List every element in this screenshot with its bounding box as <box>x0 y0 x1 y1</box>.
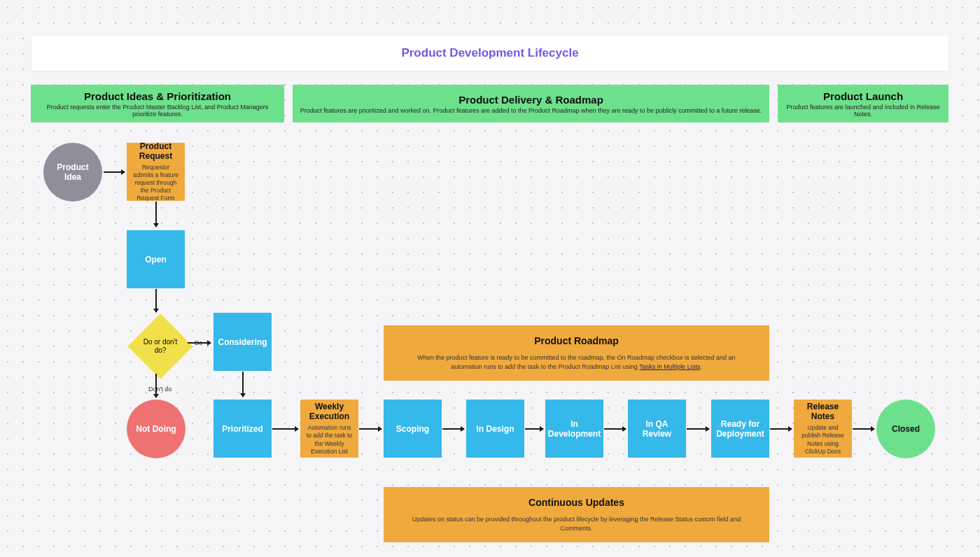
node-not-doing: Not Doing <box>127 400 186 458</box>
node-label: In QA Review <box>632 419 682 439</box>
node-label: Weekly Execution <box>304 402 354 421</box>
banner-body: When the product feature is ready to be … <box>412 353 741 371</box>
phase-ideas: Product Ideas & Prioritization Product r… <box>31 85 284 122</box>
phase-sub: Product features are prioritized and wor… <box>300 107 762 114</box>
node-label: In Development <box>548 419 601 439</box>
node-label: Prioritized <box>222 424 263 434</box>
banner-updates: Continuous Updates Updates on status can… <box>384 487 769 542</box>
diagram-title: Product Development Lifecycle <box>401 46 578 60</box>
diagram-canvas: Product Development Lifecycle Product Id… <box>0 0 980 557</box>
phase-sub: Product requests enter the Product Maste… <box>35 104 280 118</box>
arrow <box>155 289 157 312</box>
phase-title: Product Launch <box>823 90 903 102</box>
node-label: Considering <box>218 337 267 347</box>
arrow <box>188 342 211 344</box>
node-label: Scoping <box>396 424 429 434</box>
node-label: Ready for Deployment <box>715 419 765 439</box>
node-prioritized: Prioritized <box>214 400 272 458</box>
phase-sub: Product features are launched and includ… <box>782 104 944 118</box>
node-label: Product Request <box>131 141 181 161</box>
node-open: Open <box>127 230 185 288</box>
node-label: In Design <box>476 424 514 434</box>
node-release-notes: Release Notes Update and publish Release… <box>794 400 852 458</box>
arrow <box>155 374 157 397</box>
label-dont: Don't do <box>148 386 172 393</box>
banner-title: Product Roadmap <box>412 335 741 346</box>
phase-title: Product Delivery & Roadmap <box>458 94 603 106</box>
arrow <box>770 428 792 430</box>
node-sub: Automation runs to add the task to the W… <box>305 424 354 455</box>
node-product-request: Product Request Requestor submits a feat… <box>127 143 185 201</box>
node-in-design: In Design <box>466 400 524 458</box>
node-product-idea: Product Idea <box>43 143 102 202</box>
node-ready-deploy: Ready for Deployment <box>711 400 769 458</box>
phase-delivery: Product Delivery & Roadmap Product featu… <box>293 85 769 122</box>
arrow <box>359 428 382 430</box>
arrow <box>853 428 874 430</box>
banner-title: Continuous Updates <box>412 497 741 508</box>
node-label: Open <box>145 255 167 265</box>
node-label: Release Notes <box>798 402 848 421</box>
banner-body: Updates on status can be provided throug… <box>412 515 741 533</box>
arrow <box>442 428 464 430</box>
banner-roadmap: Product Roadmap When the product feature… <box>384 325 769 381</box>
node-label: Not Doing <box>136 424 176 434</box>
arrow <box>242 372 244 397</box>
node-closed: Closed <box>876 400 935 458</box>
node-label: Product Idea <box>48 162 98 182</box>
arrow <box>104 171 125 173</box>
arrow <box>687 428 709 430</box>
node-label: Closed <box>892 424 920 434</box>
node-weekly-execution: Weekly Execution Automation runs to add … <box>300 400 358 458</box>
arrow <box>155 202 157 227</box>
node-decision: Do or don't do? <box>133 319 188 374</box>
roadmap-link[interactable]: Tasks in Multiple Lists <box>639 363 700 370</box>
phase-launch: Product Launch Product features are laun… <box>778 85 948 122</box>
node-considering: Considering <box>214 313 272 371</box>
arrow <box>604 428 626 430</box>
node-sub: Update and publish Release Notes using C… <box>799 424 848 455</box>
node-scoping: Scoping <box>384 400 442 458</box>
node-sub: Requestor submits a feature request thro… <box>132 164 181 202</box>
node-label: Do or don't do? <box>137 338 183 355</box>
arrow <box>272 428 298 430</box>
node-in-development: In Development <box>545 400 603 458</box>
node-qa-review: In QA Review <box>628 400 686 458</box>
phase-title: Product Ideas & Prioritization <box>84 90 231 102</box>
title-card: Product Development Lifecycle <box>31 36 948 71</box>
arrow <box>525 428 543 430</box>
